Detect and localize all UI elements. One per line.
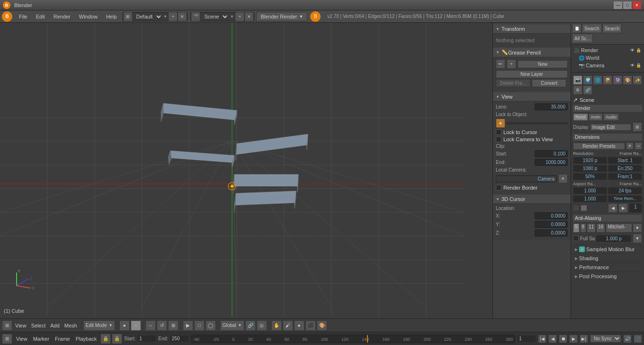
weight-paint-icon[interactable]: ⬛ bbox=[305, 320, 316, 331]
mesh-menu[interactable]: Mesh bbox=[63, 320, 79, 331]
time-play-back[interactable]: ◀ bbox=[608, 203, 617, 213]
aa-16[interactable]: 16 bbox=[596, 223, 605, 233]
layout-dropdown[interactable]: Default bbox=[133, 13, 162, 20]
menu-help[interactable]: Help bbox=[102, 12, 121, 21]
lock-icon[interactable]: 🔒 bbox=[100, 334, 111, 344]
tab-anim[interactable]: Anim bbox=[589, 113, 603, 121]
aa-11[interactable]: 11 bbox=[587, 223, 596, 233]
color-swatch-2[interactable] bbox=[581, 205, 587, 211]
full-sample-checkbox[interactable] bbox=[573, 236, 579, 241]
fps-field[interactable]: 24 fps bbox=[608, 187, 642, 194]
color-swatch-1[interactable] bbox=[573, 205, 580, 211]
jump-end-btn[interactable]: ▶| bbox=[580, 335, 588, 343]
add-grease-icon[interactable]: + bbox=[507, 59, 516, 69]
wireframe-shading-btn[interactable]: ○ bbox=[131, 320, 141, 331]
viewport-icon[interactable]: ⊞ bbox=[2, 320, 12, 331]
shading-section[interactable]: ▶ Shading bbox=[573, 254, 642, 263]
lock-object-field[interactable] bbox=[507, 122, 568, 124]
render-section-header[interactable]: Render bbox=[573, 105, 642, 112]
x-value[interactable]: 0.0000 bbox=[535, 212, 568, 219]
sculpt-icon[interactable]: ✋ bbox=[271, 320, 282, 331]
res-y-field[interactable]: 1080 p bbox=[573, 165, 607, 172]
maximize-button[interactable]: □ bbox=[623, 1, 632, 9]
menu-edit[interactable]: Edit bbox=[32, 12, 49, 21]
end-frame-field[interactable]: En:250 bbox=[608, 165, 642, 172]
texture-paint-icon[interactable]: 🎨 bbox=[317, 320, 327, 331]
menu-file[interactable]: File bbox=[15, 12, 31, 21]
close-button[interactable]: ✕ bbox=[633, 1, 641, 9]
menu-render[interactable]: Render bbox=[50, 12, 74, 21]
render-physics-icon[interactable]: ⚙ bbox=[573, 85, 582, 95]
start-frame-field[interactable]: Start: 1 bbox=[608, 157, 642, 164]
scene-dropdown[interactable]: Scene bbox=[200, 13, 229, 20]
clip-end-value[interactable]: 1000.000 bbox=[535, 159, 568, 166]
tree-item-camera[interactable]: 📷 Camera 👁 🔒 bbox=[573, 62, 642, 69]
mute-btn[interactable]: 🔊 bbox=[623, 335, 632, 343]
display-value[interactable]: Image Edit bbox=[590, 124, 631, 131]
lens-value[interactable]: 35.000 bbox=[535, 103, 568, 110]
res-x-field[interactable]: 1920 p bbox=[573, 157, 607, 164]
search-icon[interactable]: Search bbox=[602, 24, 622, 33]
lock-camera-checkbox[interactable] bbox=[496, 136, 501, 142]
menu-window[interactable]: Window bbox=[75, 12, 101, 21]
proportional-icon[interactable]: ◎ bbox=[257, 320, 267, 331]
current-frame-input[interactable] bbox=[517, 335, 536, 342]
time-play-forward[interactable]: ▶ bbox=[618, 203, 628, 213]
tree-item-world[interactable]: 🌐 World bbox=[573, 54, 642, 62]
pencil-tool-icon[interactable]: ✏ bbox=[496, 59, 505, 69]
camera-field[interactable]: Camera bbox=[496, 175, 557, 182]
timeline-start-input[interactable] bbox=[137, 335, 156, 342]
translate-tool[interactable]: ↔ bbox=[145, 320, 156, 331]
timeline-view-menu[interactable]: View bbox=[14, 334, 29, 344]
timeline-icon[interactable]: ⊞ bbox=[2, 334, 12, 344]
add-menu[interactable]: Add bbox=[48, 320, 62, 331]
convert-button[interactable]: Convert bbox=[532, 79, 566, 87]
post-processing-section[interactable]: ▶ Post Processing bbox=[573, 272, 642, 281]
new-grease-button[interactable]: New bbox=[518, 60, 568, 68]
timeline-frame-menu[interactable]: Frame bbox=[53, 334, 72, 344]
lock-object-color-icon[interactable]: ■ bbox=[496, 118, 505, 128]
render-presets-button[interactable]: Render Presets bbox=[573, 143, 625, 150]
view-menu-icon[interactable]: Search bbox=[582, 24, 602, 33]
render-texture-icon[interactable]: 🎨 bbox=[623, 75, 632, 85]
new-layer-button[interactable]: New Layer bbox=[496, 70, 568, 78]
render-engine-selector[interactable]: Blender Render ▼ bbox=[256, 12, 307, 21]
timeline-ruler[interactable]: -40 -20 0 20 40 60 80 100 120 140 160 18… bbox=[191, 335, 515, 343]
asp-y-field[interactable]: 1.000 bbox=[573, 195, 607, 202]
display-icon-btn[interactable]: ⊞ bbox=[633, 122, 642, 132]
play-back-btn[interactable]: ◀ bbox=[548, 335, 557, 343]
aa-8[interactable]: 8 bbox=[580, 223, 587, 233]
select-menu[interactable]: Select bbox=[29, 320, 48, 331]
dimensions-header[interactable]: Dimensions bbox=[573, 134, 642, 141]
render-world-icon[interactable]: 🌐 bbox=[593, 75, 602, 85]
render-properties-icon[interactable]: 📷 bbox=[573, 75, 582, 85]
time-frame-num[interactable]: 1 bbox=[629, 203, 642, 213]
y-value[interactable]: 0.0000 bbox=[535, 221, 568, 228]
stop-btn[interactable]: ⏹ bbox=[559, 335, 567, 343]
render-object-icon[interactable]: 📦 bbox=[603, 75, 612, 85]
snap-icon[interactable]: 🔗 bbox=[245, 320, 256, 331]
minimize-button[interactable]: — bbox=[614, 1, 622, 9]
performance-section[interactable]: ▶ Performance bbox=[573, 263, 642, 272]
aa-filter-arrow[interactable]: ▼ bbox=[633, 223, 642, 233]
rotate-tool[interactable]: ↺ bbox=[157, 320, 167, 331]
timeline-playback-menu[interactable]: Playback bbox=[74, 334, 99, 344]
solid-shading-btn[interactable]: ● bbox=[119, 320, 130, 331]
sampled-motion-section[interactable]: ▶ ✓ Sampled Motion Blur bbox=[573, 245, 642, 254]
res-pct-field[interactable]: 50% bbox=[573, 173, 607, 180]
layout-selector[interactable]: ⊞ Default ▼ + ✕ bbox=[123, 12, 188, 21]
render-presets-remove[interactable]: − bbox=[635, 142, 642, 150]
tree-item-render[interactable]: 🎥 Render 👁 🔒 bbox=[573, 46, 642, 54]
tab-audio[interactable]: Audio bbox=[603, 113, 619, 121]
render-constraint-icon[interactable]: 🔗 bbox=[583, 85, 592, 95]
render-presets-add[interactable]: + bbox=[626, 142, 634, 150]
render-scene-icon[interactable]: 🌍 bbox=[583, 75, 592, 85]
timeline-end-input[interactable] bbox=[170, 335, 189, 342]
clip-start-value[interactable]: 0.100 bbox=[535, 150, 568, 157]
mode-selector[interactable]: Edit Mode ▼ bbox=[83, 320, 115, 331]
scene-remove[interactable]: ✕ bbox=[244, 12, 254, 21]
view-menu-bottom[interactable]: View bbox=[13, 320, 28, 331]
box-select-tool[interactable]: □ bbox=[194, 320, 205, 331]
aa-header[interactable]: Anti-Aliasing bbox=[573, 215, 642, 222]
render-material-icon[interactable]: 🔮 bbox=[613, 75, 622, 85]
